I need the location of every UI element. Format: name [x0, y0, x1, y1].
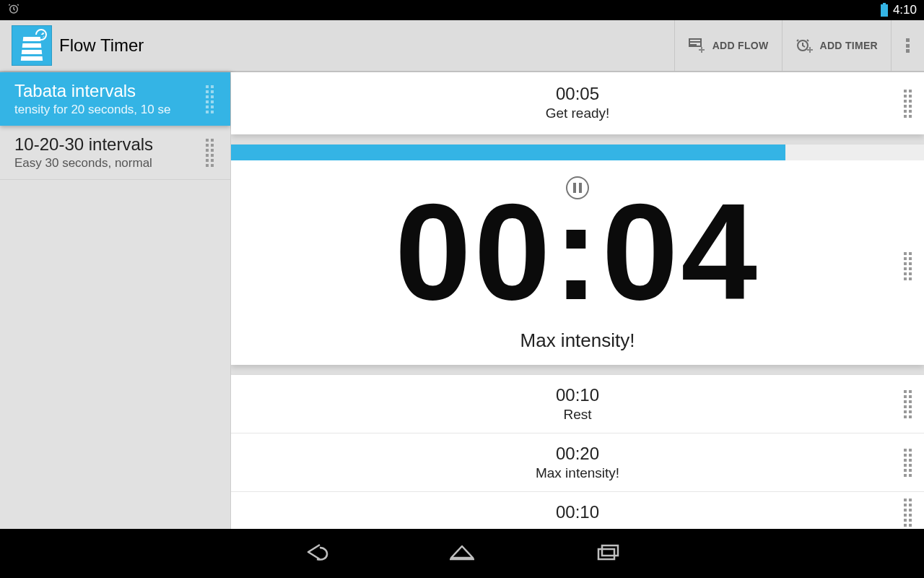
active-timer-label: Max intensity!: [231, 329, 924, 352]
flow-item-102030[interactable]: 10-20-30 intervals Easy 30 seconds, norm…: [0, 126, 230, 180]
timer-row[interactable]: 00:20 Max intensity!: [231, 434, 924, 492]
overflow-menu-button[interactable]: [891, 20, 924, 71]
drag-handle-icon[interactable]: [904, 90, 917, 117]
timer-main: 00:05 Get ready! 00:04 Max intensity! 00…: [231, 72, 924, 529]
flow-item-tabata[interactable]: Tabata intervals tensity for 20 seconds,…: [0, 72, 230, 126]
flow-title: 10-20-30 intervals: [14, 134, 201, 155]
timer-label: Max intensity!: [231, 465, 924, 481]
timer-label: Rest: [231, 407, 924, 423]
drag-handle-icon[interactable]: [206, 139, 219, 166]
add-flow-label: ADD FLOW: [712, 40, 769, 51]
drag-handle-icon[interactable]: [904, 390, 917, 418]
flow-subtitle: tensity for 20 seconds, 10 se: [14, 103, 201, 117]
status-bar: 4:10: [0, 0, 924, 20]
nav-back-button[interactable]: [301, 540, 331, 566]
drag-handle-icon[interactable]: [904, 252, 917, 280]
timer-time: 00:20: [231, 444, 924, 464]
add-flow-button[interactable]: ADD FLOW: [674, 20, 782, 71]
app-icon: [12, 25, 52, 66]
nav-home-button[interactable]: [447, 540, 477, 566]
active-timer-time: 00:04: [231, 197, 924, 306]
timer-row[interactable]: 00:10 Rest: [231, 375, 924, 434]
timer-row[interactable]: 00:10: [231, 492, 924, 529]
progress-fill: [231, 144, 785, 160]
svg-rect-1: [883, 3, 886, 4]
sidebar: Tabata intervals tensity for 20 seconds,…: [0, 72, 231, 529]
timer-card-active[interactable]: 00:04 Max intensity!: [231, 144, 924, 365]
svg-rect-6: [602, 545, 618, 556]
battery-icon: [880, 3, 889, 17]
svg-rect-2: [881, 4, 888, 17]
timer-card-prev[interactable]: 00:05 Get ready!: [231, 72, 924, 134]
drag-handle-icon[interactable]: [904, 449, 917, 476]
alarm-icon: [7, 2, 20, 18]
timer-time: 00:10: [231, 385, 924, 405]
add-flow-icon: [688, 38, 707, 53]
progress-bar: [231, 144, 924, 160]
svg-rect-5: [598, 549, 614, 559]
timer-label: Get ready!: [231, 105, 924, 121]
nav-bar: [0, 529, 924, 578]
add-timer-label: ADD TIMER: [820, 40, 878, 51]
timer-time: 00:05: [231, 84, 924, 104]
flow-subtitle: Easy 30 seconds, normal: [14, 156, 201, 171]
add-timer-button[interactable]: ADD TIMER: [782, 20, 891, 71]
drag-handle-icon[interactable]: [904, 499, 917, 526]
timer-time: 00:10: [231, 502, 924, 522]
status-time: 4:10: [893, 3, 917, 17]
app-title: Flow Timer: [59, 35, 144, 56]
flow-title: Tabata intervals: [14, 81, 201, 101]
nav-recent-button[interactable]: [593, 540, 623, 566]
timer-list-upcoming: 00:10 Rest 00:20 Max intensity! 00:10: [231, 375, 924, 529]
drag-handle-icon[interactable]: [206, 85, 219, 113]
overflow-icon: [906, 38, 910, 53]
add-timer-icon: [796, 38, 814, 53]
action-bar: Flow Timer ADD FLOW ADD TIMER: [0, 20, 924, 72]
